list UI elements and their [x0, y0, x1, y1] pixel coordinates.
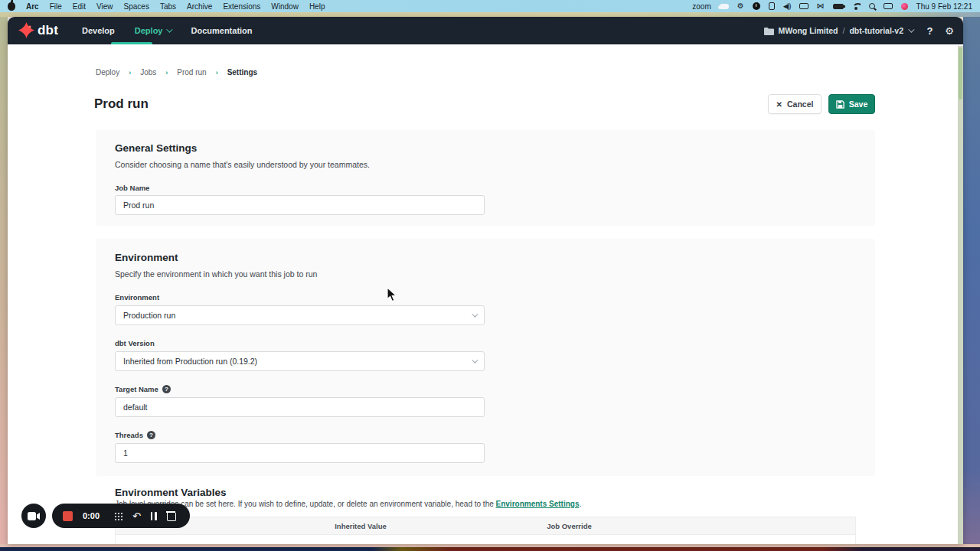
record-dot-icon[interactable] [901, 3, 908, 10]
recorder-time: 0:00 [83, 511, 100, 520]
breadcrumb: Deploy › Jobs › Prod run › Settings [96, 68, 257, 77]
menu-help[interactable]: Help [309, 2, 325, 11]
menu-app-name[interactable]: Arc [26, 2, 39, 11]
folder-icon [764, 27, 774, 35]
save-button[interactable]: Save [828, 94, 875, 114]
chevron-down-icon [167, 26, 173, 32]
trash-icon[interactable] [167, 511, 175, 520]
battery-icon[interactable] [833, 4, 844, 9]
wallpaper-bottom-dark [0, 547, 980, 551]
menu-edit[interactable]: Edit [73, 2, 86, 11]
menu-zoom-app[interactable]: zoom [692, 2, 710, 11]
org-name: MWong Limited [779, 26, 838, 35]
menu-view[interactable]: View [96, 2, 113, 11]
dbt-logo[interactable]: dbt [18, 22, 58, 38]
job-name-input[interactable] [115, 195, 485, 215]
scrollbar-thumb[interactable] [959, 47, 962, 99]
nav-documentation[interactable]: Documentation [191, 26, 252, 35]
environment-select[interactable]: Production run [115, 305, 485, 325]
menu-extensions[interactable]: Extensions [223, 2, 260, 11]
general-settings-description: Consider choosing a name that's easily u… [115, 160, 370, 169]
wallpaper-left [0, 17, 8, 547]
breadcrumb-settings[interactable]: Settings [227, 68, 257, 77]
env-vars-table-header: Inherited Value Job Override [115, 517, 856, 535]
general-settings-card: General Settings Consider choosing a nam… [96, 130, 875, 226]
general-settings-title: General Settings [115, 142, 197, 154]
environment-description: Specify the environment in which you wan… [115, 269, 317, 279]
header-icons: ? ⚙ [926, 17, 954, 44]
project-name: dbt-tutorial-v2 [849, 26, 903, 35]
environment-select-label: Environment [115, 293, 159, 302]
breadcrumb-separator-icon: › [129, 69, 131, 77]
video-camera-icon [28, 512, 40, 520]
help-icon[interactable]: ? [926, 25, 933, 37]
apple-menu-icon[interactable] [8, 2, 15, 11]
dbt-version-label: dbt Version [115, 339, 155, 347]
menu-file[interactable]: File [50, 2, 62, 11]
macos-menu-bar: Arc File Edit View Spaces Tabs Archive E… [0, 0, 980, 12]
chevron-down-icon [472, 357, 478, 363]
nav-deploy[interactable]: Deploy [135, 26, 172, 35]
target-name-label: Target Name ? [115, 385, 171, 393]
scrollbar-track[interactable] [958, 46, 963, 544]
recorder-toolbar: 0:00 ↶ [52, 504, 190, 528]
account-separator: / [843, 26, 845, 35]
breadcrumb-separator-icon: › [165, 69, 168, 77]
clock-icon[interactable] [753, 2, 760, 10]
breadcrumb-deploy[interactable]: Deploy [96, 68, 119, 77]
help-tooltip-icon[interactable]: ? [147, 431, 155, 439]
menu-window[interactable]: Window [271, 2, 299, 11]
menu-spaces[interactable]: Spaces [124, 2, 149, 11]
target-name-input[interactable] [115, 397, 485, 417]
cloud-icon[interactable] [720, 4, 729, 9]
environments-settings-link[interactable]: Environments Settings [496, 500, 580, 508]
wifi-icon[interactable] [852, 3, 861, 10]
undo-icon[interactable]: ↶ [132, 511, 141, 521]
menu-clock[interactable]: Thu 9 Feb 12:21 [916, 2, 972, 11]
search-icon[interactable] [869, 3, 875, 9]
page-title: Prod run [94, 96, 149, 112]
job-name-label: Job Name [115, 184, 149, 192]
wallpaper-right [963, 17, 980, 547]
menu-archive[interactable]: Archive [187, 2, 212, 11]
env-vars-col-override: Job Override [475, 522, 663, 530]
dbt-version-select[interactable]: Inherited from Production run (0.19.2) [115, 351, 485, 371]
settings-gear-icon[interactable]: ⚙ [945, 25, 954, 37]
pause-icon[interactable] [151, 512, 157, 520]
volume-icon[interactable]: ◀)) [783, 2, 791, 10]
pixelate-icon[interactable] [114, 512, 122, 520]
env-vars-col-inherited: Inherited Value [246, 522, 475, 530]
help-tooltip-icon[interactable]: ? [162, 385, 171, 393]
close-x-icon: ✕ [776, 100, 782, 109]
environment-variables-title: Environment Variables [115, 487, 227, 498]
menu-tabs[interactable]: Tabs [160, 2, 176, 11]
breadcrumb-prod-run[interactable]: Prod run [177, 68, 206, 77]
breadcrumb-separator-icon: › [216, 69, 218, 77]
dbt-logo-text: dbt [38, 23, 58, 38]
device-icon[interactable] [769, 2, 775, 10]
gear-icon[interactable]: ⚙ [737, 2, 744, 10]
save-disk-icon [836, 100, 844, 109]
account-project-switcher[interactable]: MWong Limited / dbt-tutorial-v2 [764, 17, 913, 44]
env-vars-table-row [115, 535, 856, 544]
cancel-button[interactable]: ✕ Cancel [768, 94, 822, 114]
primary-nav: Develop Deploy Documentation [82, 17, 253, 44]
threads-label: Threads ? [115, 431, 155, 439]
stop-record-icon[interactable] [63, 511, 73, 521]
breadcrumb-jobs[interactable]: Jobs [140, 68, 156, 77]
display-icon[interactable] [884, 3, 893, 9]
recorder-camera-button[interactable] [21, 504, 46, 528]
mouse-cursor [387, 287, 397, 305]
environment-title: Environment [115, 252, 178, 263]
chevron-down-icon [908, 26, 914, 32]
bluetooth-icon[interactable]: ⋈ [817, 2, 825, 10]
nav-develop[interactable]: Develop [82, 26, 115, 35]
dbt-app-header: dbt Develop Deploy Documentation MWong L… [8, 17, 963, 44]
dbt-logo-icon [18, 22, 34, 38]
active-tab-underline [111, 42, 152, 44]
window-icon[interactable] [799, 3, 808, 9]
threads-input[interactable] [115, 443, 485, 463]
chevron-down-icon [472, 311, 478, 317]
environment-card: Environment Specify the environment in w… [96, 239, 875, 476]
